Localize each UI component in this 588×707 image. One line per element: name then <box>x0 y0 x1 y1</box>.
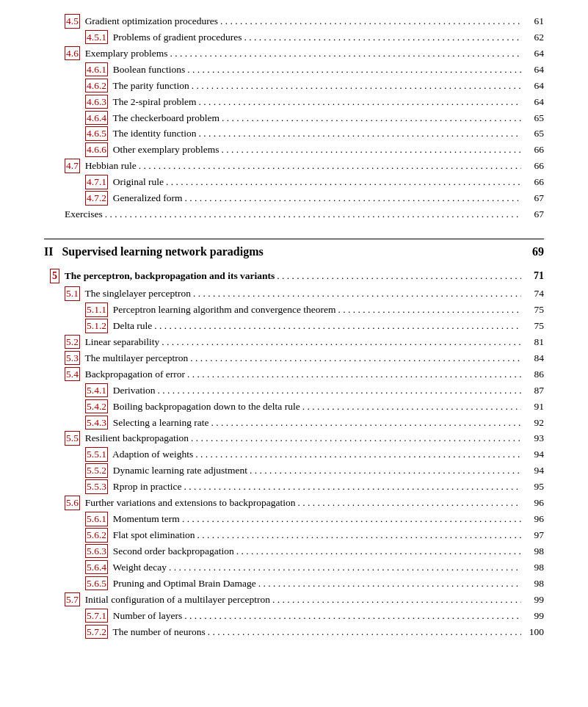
toc-page: 99 <box>523 592 544 608</box>
toc-link[interactable]: 4.7.2 <box>85 191 108 206</box>
toc-link[interactable]: 4.6.6 <box>85 142 108 157</box>
toc-link[interactable]: 5.4.2 <box>85 399 108 414</box>
toc-entry-label[interactable]: 5.1.2 Delta rule <box>85 319 152 334</box>
toc-link[interactable]: 5.4.3 <box>85 416 108 430</box>
toc-entry-label[interactable]: 4.5 Gradient optimization procedures <box>65 14 218 29</box>
toc-dots <box>184 609 521 624</box>
toc-entry-label[interactable]: 4.7.1 Original rule <box>85 175 164 190</box>
list-item: 5.4.3 Selecting a learning rate 92 <box>44 416 544 431</box>
toc-entry-label[interactable]: 4.6.3 The 2-spiral problem <box>85 95 196 110</box>
toc-entry-label[interactable]: 4.6.2 The parity function <box>85 79 189 94</box>
toc-entry-label[interactable]: 5.4.1 Derivation <box>85 383 155 399</box>
toc-link[interactable]: 5.6.5 <box>85 576 108 591</box>
toc-entry-label[interactable]: 5.7.2 The number of neurons <box>85 625 206 640</box>
toc-link[interactable]: 5.6.3 <box>85 544 108 559</box>
list-item: 4.6.6 Other exemplary problems 66 <box>44 142 544 158</box>
toc-page: 98 <box>523 544 544 559</box>
toc-dots <box>198 126 521 142</box>
chapter-page: 71 <box>523 270 544 282</box>
chapter-link[interactable]: 5 <box>50 269 59 283</box>
toc-entry-label[interactable]: 4.5.1 Problems of gradient procedures <box>85 30 242 46</box>
toc-link[interactable]: 4.5.1 <box>85 30 108 45</box>
toc-link[interactable]: 4.6.5 <box>85 126 108 141</box>
toc-entry-label[interactable]: 5.4.2 Boiling backpropagation down to th… <box>85 399 300 415</box>
toc-link[interactable]: 5.7.1 <box>85 609 108 623</box>
part-title[interactable]: Supervised learning network paradigms <box>62 245 263 258</box>
toc-link[interactable]: 5.1 <box>65 286 80 301</box>
toc-page: 64 <box>523 46 544 62</box>
toc-link[interactable]: 5.5.3 <box>85 479 108 494</box>
toc-entry-label[interactable]: 4.6.4 The checkerboard problem <box>85 111 219 126</box>
toc-entry-label[interactable]: 5.7 Initial configuration of a multilaye… <box>65 592 270 608</box>
toc-entry-label[interactable]: 4.7.2 Generalized form <box>85 191 183 206</box>
list-item: 4.6.5 The identity function 65 <box>44 126 544 142</box>
toc-entry-label[interactable]: 5.4.3 Selecting a learning rate <box>85 416 209 431</box>
toc-dots <box>297 496 521 511</box>
toc-link[interactable]: 5.1.1 <box>85 302 108 317</box>
toc-entry-label[interactable]: 4.6.6 Other exemplary problems <box>85 142 219 158</box>
toc-link[interactable]: 4.7.1 <box>85 175 108 189</box>
toc-page: 81 <box>523 335 544 350</box>
toc-link[interactable]: 4.6.4 <box>85 111 108 126</box>
toc-entry-label[interactable]: 5.3 The multilayer perceptron <box>65 351 188 366</box>
toc-link[interactable]: 5.6 <box>65 496 80 510</box>
toc-entry-label[interactable]: 5.1.1 Perceptron learning algorithm and … <box>85 302 336 318</box>
toc-dots <box>187 367 521 382</box>
toc-dots <box>169 560 521 576</box>
toc-link[interactable]: 5.1.2 <box>85 319 108 333</box>
toc-link[interactable]: 5.5.2 <box>85 463 108 478</box>
toc-entry-label[interactable]: 5.6.5 Pruning and Optimal Brain Damage <box>85 576 256 592</box>
toc-link[interactable]: 5.5 <box>65 431 80 446</box>
toc-entry-label[interactable]: 5.2 Linear separability <box>65 335 159 350</box>
toc-link[interactable]: 4.5 <box>65 14 80 29</box>
toc-page: 87 <box>523 383 544 399</box>
toc-link[interactable]: 4.6.2 <box>85 79 108 93</box>
toc-entry-label[interactable]: 5.5 Resilient backpropagation <box>65 431 189 446</box>
toc-entry-label[interactable]: 5.1 The singlelayer perceptron <box>65 286 191 302</box>
toc-page: 74 <box>523 286 544 302</box>
toc-link[interactable]: 4.7 <box>65 159 80 173</box>
toc-entry-label[interactable]: 4.6 Exemplary problems <box>65 46 167 62</box>
toc-entry-label[interactable]: 5.5.1 Adaption of weights <box>85 447 193 463</box>
toc-link[interactable]: 5.7.2 <box>85 625 108 639</box>
toc-dots <box>222 111 521 126</box>
toc-entry-label[interactable]: 4.6.1 Boolean functions <box>85 62 185 78</box>
toc-link[interactable]: 5.4.1 <box>85 383 108 398</box>
toc-link[interactable]: 4.6 <box>65 46 80 61</box>
toc-entry-label[interactable]: 4.6.5 The identity function <box>85 126 196 142</box>
toc-entry-label[interactable]: 5.6.2 Flat spot elimination <box>85 528 195 543</box>
toc-link[interactable]: 5.6.2 <box>85 528 108 543</box>
toc-entry-label[interactable]: 5.6 Further variations and extensions to… <box>65 496 295 511</box>
toc-entry-label[interactable]: 4.7 Hebbian rule <box>65 159 137 174</box>
list-item: 5.7 Initial configuration of a multilaye… <box>44 592 544 608</box>
toc-dots <box>198 95 521 110</box>
toc-entry-label[interactable]: 5.6.4 Weight decay <box>85 560 167 576</box>
list-item: 5.6.4 Weight decay 98 <box>44 560 544 576</box>
toc-link[interactable]: 5.3 <box>65 351 80 366</box>
toc-link[interactable]: 5.4 <box>65 367 80 382</box>
toc-entry-label[interactable]: 5.7.1 Number of layers <box>85 609 182 624</box>
toc-dots <box>236 544 521 559</box>
toc-entry-label: Exercises <box>65 207 103 222</box>
toc-dots <box>182 512 521 527</box>
list-item: 4.5.1 Problems of gradient procedures 62 <box>44 30 544 46</box>
list-item: 5.1.1 Perceptron learning algorithm and … <box>44 302 544 318</box>
chapter-title[interactable]: 5 The perceptron, backpropagation and it… <box>50 269 275 283</box>
toc-link[interactable]: 5.2 <box>65 335 80 349</box>
toc-entry-label[interactable]: 5.6.1 Momentum term <box>85 512 180 527</box>
toc-page: 84 <box>523 351 544 366</box>
toc-link[interactable]: 5.5.1 <box>85 447 108 462</box>
toc-entry-label[interactable]: 5.5.2 Dynamic learning rate adjustment <box>85 463 247 479</box>
toc-link[interactable]: 4.6.1 <box>85 62 108 77</box>
list-item: 5.4.1 Derivation 87 <box>44 383 544 399</box>
toc-entry-label[interactable]: 5.5.3 Rprop in practice <box>85 479 181 495</box>
toc-dots <box>208 625 521 640</box>
toc-page: 67 <box>523 207 544 222</box>
toc-link[interactable]: 4.6.3 <box>85 95 108 109</box>
toc-link[interactable]: 5.6.1 <box>85 512 108 526</box>
toc-dots <box>170 46 521 62</box>
toc-link[interactable]: 5.7 <box>65 592 80 607</box>
toc-link[interactable]: 5.6.4 <box>85 560 108 575</box>
toc-entry-label[interactable]: 5.6.3 Second order backpropagation <box>85 544 234 559</box>
toc-entry-label[interactable]: 5.4 Backpropagation of error <box>65 367 185 382</box>
